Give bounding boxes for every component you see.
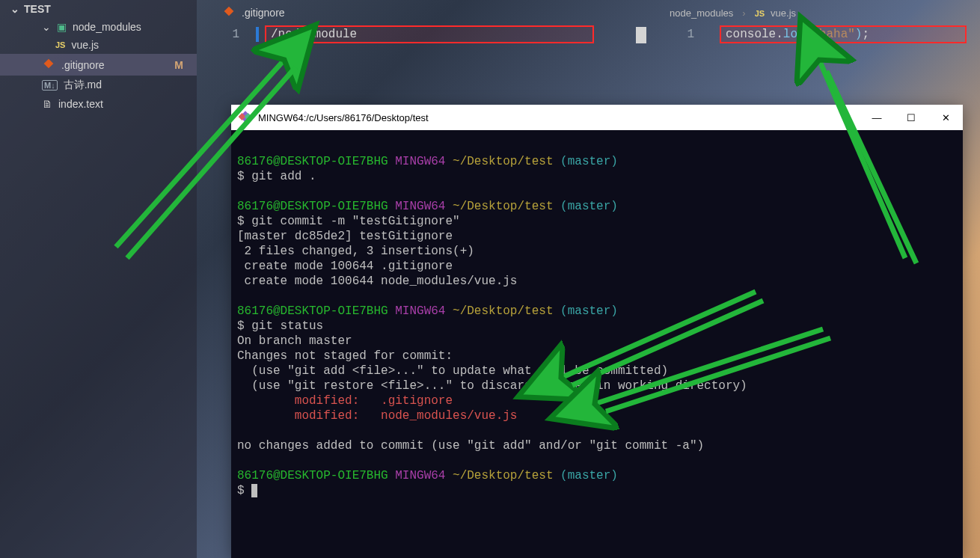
- titlebar[interactable]: MINGW64:/c/Users/86176/Desktop/test — ☐ …: [231, 105, 963, 130]
- js-icon: JS: [55, 40, 65, 49]
- code-func: log: [783, 28, 805, 41]
- term-line: $ git status: [237, 319, 323, 333]
- tree-file-poem-md[interactable]: M↓ 古诗.md: [0, 76, 197, 95]
- term-line: On branch master: [237, 334, 352, 348]
- file-label: .gitignore: [61, 59, 105, 71]
- line-number: 1: [217, 28, 239, 41]
- chevron-right-icon: ›: [742, 7, 745, 19]
- tree-file-gitignore[interactable]: .gitignore M: [0, 54, 197, 76]
- minimap-mark: [636, 27, 646, 43]
- term-line: (use "git restore <file>..." to discard …: [237, 379, 747, 393]
- term-line: 86176@DESKTOP-OIE7BHG MINGW64 ~/Desktop/…: [237, 155, 618, 168]
- term-line: create mode 100644 .gitignore: [237, 260, 453, 273]
- term-line: [master dc85de2] testGitignore: [237, 230, 453, 243]
- markdown-icon: M↓: [42, 80, 58, 91]
- tab-gitignore[interactable]: .gitignore: [213, 0, 294, 25]
- breadcrumb[interactable]: node_modules › JS vue.js: [661, 3, 805, 23]
- folder-open-icon: ▣: [57, 21, 67, 33]
- root-label: TEST: [24, 3, 51, 15]
- terminal-body[interactable]: 86176@DESKTOP-OIE7BHG MINGW64 ~/Desktop/…: [231, 130, 963, 558]
- svg-rect-0: [44, 59, 54, 69]
- file-label: index.text: [58, 98, 103, 110]
- tree-root[interactable]: ⌄ TEST: [0, 0, 197, 18]
- tree-folder-node-modules[interactable]: ⌄ ▣ node_modules: [0, 18, 197, 36]
- highlighted-code: console.log("haha");: [720, 25, 967, 43]
- term-line: create mode 100644 node_modules/vue.js: [237, 275, 517, 288]
- tab-label: .gitignore: [242, 7, 285, 19]
- maximize-icon: ☐: [907, 112, 916, 123]
- git-modified-badge: M: [174, 59, 183, 71]
- line-number: 1: [672, 28, 694, 41]
- term-line: 86176@DESKTOP-OIE7BHG MINGW64 ~/Desktop/…: [237, 200, 618, 213]
- breadcrumb-file: vue.js: [771, 7, 796, 19]
- term-prompt: $: [237, 484, 257, 497]
- term-line: 86176@DESKTOP-OIE7BHG MINGW64 ~/Desktop/…: [237, 469, 618, 482]
- code-obj: console: [726, 28, 776, 41]
- close-icon: ✕: [942, 112, 950, 123]
- terminal-window: MINGW64:/c/Users/86176/Desktop/test — ☐ …: [231, 105, 963, 558]
- chevron-down-icon: ⌄: [42, 21, 51, 33]
- folder-label: node_modules: [73, 21, 141, 33]
- tree-file-index-text[interactable]: 🗎 index.text: [0, 95, 197, 113]
- gutter-change-bar: [256, 27, 259, 42]
- editor-line-right[interactable]: 1 console.log("haha");: [672, 25, 967, 43]
- term-line: $ git commit -m "testGitignore": [237, 215, 460, 228]
- tree-file-vue-js[interactable]: JS vue.js: [0, 36, 197, 54]
- code-string: "haha": [812, 28, 855, 41]
- term-line: 86176@DESKTOP-OIE7BHG MINGW64 ~/Desktop/…: [237, 304, 618, 318]
- minimize-button[interactable]: —: [860, 105, 894, 130]
- term-line: $ git add .: [237, 170, 316, 183]
- explorer-sidebar: ⌄ TEST ⌄ ▣ node_modules JS vue.js .gitig…: [0, 0, 197, 558]
- cursor-icon: [251, 484, 257, 497]
- term-line: no changes added to commit (use "git add…: [237, 439, 704, 453]
- git-diamond-icon: [42, 57, 55, 73]
- term-line: Changes not staged for commit:: [237, 349, 453, 363]
- code-text: /node_module: [271, 28, 357, 41]
- git-bash-icon: [239, 110, 252, 126]
- highlighted-code: /node_module: [265, 25, 594, 43]
- file-label: vue.js: [71, 39, 99, 51]
- code-paren: ): [855, 28, 863, 41]
- breadcrumb-folder: node_modules: [670, 7, 733, 19]
- code-semi: ;: [862, 28, 869, 41]
- js-icon: JS: [755, 9, 765, 18]
- editor-line-left[interactable]: 1 /node_module: [217, 25, 594, 43]
- code-dot: .: [776, 28, 783, 41]
- file-icon: 🗎: [42, 98, 52, 110]
- titlebar-text: MINGW64:/c/Users/86176/Desktop/test: [258, 112, 429, 123]
- close-button[interactable]: ✕: [928, 105, 963, 130]
- term-line: 2 files changed, 3 insertions(+): [237, 245, 474, 258]
- file-label: 古诗.md: [64, 79, 102, 92]
- chevron-down-icon: ⌄: [10, 3, 19, 15]
- window-controls: — ☐ ✕: [860, 105, 963, 130]
- git-diamond-icon: [222, 4, 236, 20]
- code-paren: (: [805, 28, 812, 41]
- term-line-modified: modified: .gitignore: [237, 394, 453, 408]
- minimize-icon: —: [872, 112, 882, 123]
- maximize-button[interactable]: ☐: [894, 105, 928, 130]
- svg-rect-1: [224, 7, 234, 16]
- term-line: (use "git add <file>..." to update what …: [237, 364, 668, 378]
- term-line-modified: modified: node_modules/vue.js: [237, 409, 517, 423]
